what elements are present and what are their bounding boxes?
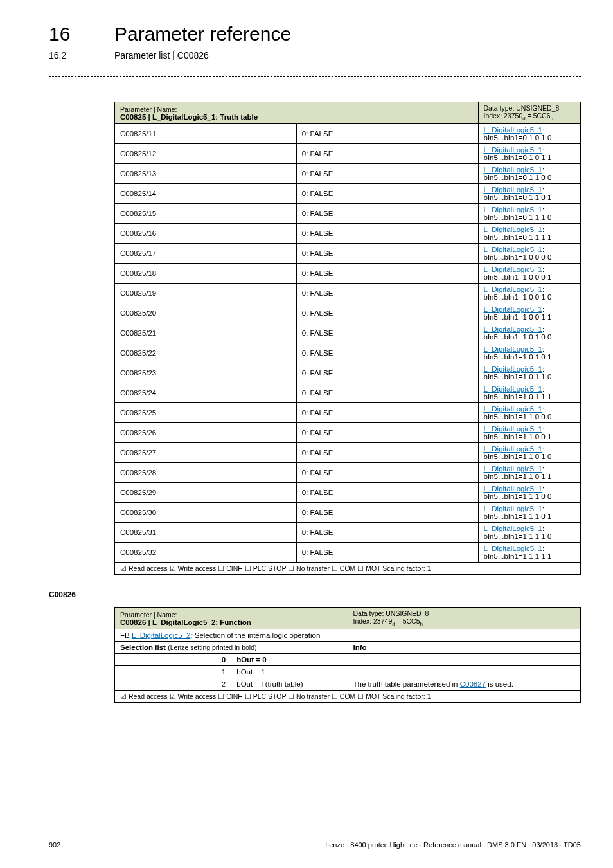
table-row: C00825/110: FALSEL_DigitalLogic5_1: bIn5… <box>115 124 581 144</box>
chapter-number: 16 <box>49 23 70 45</box>
param-desc: L_DigitalLogic5_1: bIn5...bIn1=1 0 1 1 0 <box>478 363 581 383</box>
param-value: 0: FALSE <box>296 343 478 363</box>
param-code: C00825/25 <box>115 403 297 423</box>
param-desc: L_DigitalLogic5_1: bIn5...bIn1=0 1 1 1 1 <box>478 224 581 244</box>
sel-value: bOut = 1 <box>231 666 348 678</box>
param-code: C00825/28 <box>115 463 297 483</box>
param-value: 0: FALSE <box>296 124 478 144</box>
table-row: C00825/200: FALSEL_DigitalLogic5_1: bIn5… <box>115 303 581 323</box>
param-value: 0: FALSE <box>296 244 478 264</box>
sel-value: bOut = 0 <box>231 654 348 666</box>
param-value: 0: FALSE <box>296 303 478 323</box>
param-name: C00826 | L_DigitalLogic5_2: Function <box>120 619 251 626</box>
sel-info <box>348 666 581 678</box>
table-row: C00825/230: FALSEL_DigitalLogic5_1: bIn5… <box>115 363 581 383</box>
fb-link[interactable]: L_DigitalLogic5_2 <box>132 631 190 639</box>
table-row: C00825/160: FALSEL_DigitalLogic5_1: bIn5… <box>115 224 581 244</box>
param-code: C00825/22 <box>115 343 297 363</box>
param-value: 0: FALSE <box>296 443 478 463</box>
desc-link[interactable]: L_DigitalLogic5_1 <box>484 525 542 532</box>
param-desc: L_DigitalLogic5_1: bIn5...bIn1=1 1 0 0 1 <box>478 423 581 443</box>
section-code: C00826 <box>49 590 76 599</box>
desc-link[interactable]: L_DigitalLogic5_1 <box>484 425 542 433</box>
sel-index: 0 <box>115 654 231 666</box>
param-code: C00825/17 <box>115 244 297 264</box>
param-code: C00825/11 <box>115 124 297 144</box>
desc-link[interactable]: L_DigitalLogic5_1 <box>484 146 542 154</box>
param-desc: L_DigitalLogic5_1: bIn5...bIn1=1 1 0 0 0 <box>478 403 581 423</box>
desc-link[interactable]: L_DigitalLogic5_1 <box>484 465 542 473</box>
param-value: 0: FALSE <box>296 403 478 423</box>
info-post: is used. <box>486 680 513 688</box>
param-value: 0: FALSE <box>296 224 478 244</box>
index-label: Index: 23750d = 5CC6h <box>484 112 553 120</box>
desc-link[interactable]: L_DigitalLogic5_1 <box>484 505 542 512</box>
desc-link[interactable]: L_DigitalLogic5_1 <box>484 206 542 213</box>
desc-link[interactable]: L_DigitalLogic5_1 <box>484 345 542 353</box>
sel-value: bOut = f (truth table) <box>231 678 348 691</box>
desc-link[interactable]: L_DigitalLogic5_1 <box>484 365 542 373</box>
desc-link[interactable]: L_DigitalLogic5_1 <box>484 266 542 273</box>
desc-link[interactable]: L_DigitalLogic5_1 <box>484 226 542 233</box>
table-row: C00825/220: FALSEL_DigitalLogic5_1: bIn5… <box>115 343 581 363</box>
table-row: C00825/260: FALSEL_DigitalLogic5_1: bIn5… <box>115 423 581 443</box>
desc-link[interactable]: L_DigitalLogic5_1 <box>484 246 542 253</box>
table-row: C00825/130: FALSEL_DigitalLogic5_1: bIn5… <box>115 164 581 184</box>
desc-link[interactable]: L_DigitalLogic5_1 <box>484 305 542 313</box>
param-desc: L_DigitalLogic5_1: bIn5...bIn1=0 1 1 0 1 <box>478 184 581 204</box>
desc-link[interactable]: L_DigitalLogic5_1 <box>484 405 542 413</box>
desc-link[interactable]: L_DigitalLogic5_1 <box>484 385 542 393</box>
param-desc: L_DigitalLogic5_1: bIn5...bIn1=1 0 0 1 1 <box>478 303 581 323</box>
selection-list-label: Selection list <box>120 644 168 651</box>
table-row: C00825/190: FALSEL_DigitalLogic5_1: bIn5… <box>115 284 581 303</box>
param-value: 0: FALSE <box>296 264 478 284</box>
param-code: C00825/20 <box>115 303 297 323</box>
param-value: 0: FALSE <box>296 164 478 184</box>
param-desc: L_DigitalLogic5_1: bIn5...bIn1=1 0 1 0 0 <box>478 323 581 343</box>
truth-table: Parameter | Name: C00825 | L_DigitalLogi… <box>114 102 581 575</box>
param-code: C00825/19 <box>115 284 297 303</box>
param-code: C00825/23 <box>115 363 297 383</box>
desc-link[interactable]: L_DigitalLogic5_1 <box>484 166 542 174</box>
param-code: C00825/21 <box>115 323 297 343</box>
param-label: Parameter | Name: <box>120 611 177 619</box>
info-label: Info <box>353 644 367 651</box>
fb-suffix: : Selection of the interna logic operati… <box>190 631 320 639</box>
datatype-label: Data type: UNSIGNED_8 <box>353 610 429 617</box>
param-code: C00825/14 <box>115 184 297 204</box>
desc-link[interactable]: L_DigitalLogic5_1 <box>484 126 542 134</box>
desc-link[interactable]: L_DigitalLogic5_1 <box>484 445 542 453</box>
param-value: 0: FALSE <box>296 543 478 563</box>
param-code: C00825/26 <box>115 423 297 443</box>
param-desc: L_DigitalLogic5_1: bIn5...bIn1=1 1 1 1 1 <box>478 543 581 563</box>
table-row: C00825/250: FALSEL_DigitalLogic5_1: bIn5… <box>115 403 581 423</box>
desc-link[interactable]: L_DigitalLogic5_1 <box>484 325 542 333</box>
param-code: C00825/16 <box>115 224 297 244</box>
param-desc: L_DigitalLogic5_1: bIn5...bIn1=1 1 0 1 0 <box>478 443 581 463</box>
table-row: C00825/120: FALSEL_DigitalLogic5_1: bIn5… <box>115 144 581 164</box>
fb-prefix: FB <box>120 631 132 639</box>
param-value: 0: FALSE <box>296 483 478 503</box>
sel-index: 1 <box>115 666 231 678</box>
param-desc: L_DigitalLogic5_1: bIn5...bIn1=0 1 1 1 0 <box>478 204 581 224</box>
desc-link[interactable]: L_DigitalLogic5_1 <box>484 186 542 194</box>
section-number: 16.2 <box>49 50 66 60</box>
param-desc: L_DigitalLogic5_1: bIn5...bIn1=1 0 1 0 1 <box>478 343 581 363</box>
table-row: C00825/180: FALSEL_DigitalLogic5_1: bIn5… <box>115 264 581 284</box>
param-code: C00825/30 <box>115 503 297 523</box>
param-desc: L_DigitalLogic5_1: bIn5...bIn1=1 0 0 0 0 <box>478 244 581 264</box>
desc-link[interactable]: L_DigitalLogic5_1 <box>484 485 542 493</box>
table-row: C00825/320: FALSEL_DigitalLogic5_1: bIn5… <box>115 543 581 563</box>
selection-list-note: (Lenze setting printed in bold) <box>168 644 256 651</box>
param-code: C00825/13 <box>115 164 297 184</box>
desc-link[interactable]: L_DigitalLogic5_1 <box>484 545 542 552</box>
param-value: 0: FALSE <box>296 323 478 343</box>
desc-link[interactable]: L_DigitalLogic5_1 <box>484 285 542 293</box>
table-row: C00825/290: FALSEL_DigitalLogic5_1: bIn5… <box>115 483 581 503</box>
access-footer: ☑ Read access ☑ Write access ☐ CINH ☐ PL… <box>120 692 431 700</box>
info-link[interactable]: C00827 <box>460 680 486 688</box>
table-row: 0bOut = 0 <box>115 654 581 666</box>
table-row: C00825/140: FALSEL_DigitalLogic5_1: bIn5… <box>115 184 581 204</box>
param-desc: L_DigitalLogic5_1: bIn5...bIn1=1 1 1 1 0 <box>478 523 581 543</box>
param-value: 0: FALSE <box>296 503 478 523</box>
